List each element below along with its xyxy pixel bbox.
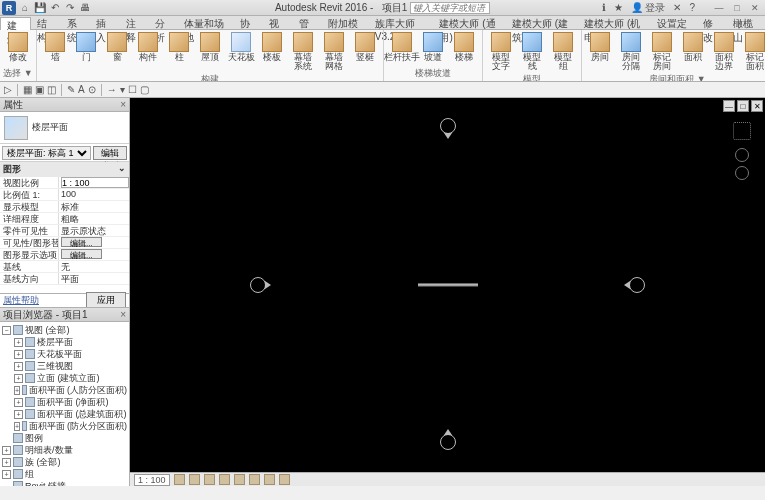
ob-icon[interactable]: ⊙: [88, 84, 96, 95]
expand-icon[interactable]: +: [14, 422, 20, 431]
tree-node[interactable]: +天花板平面: [0, 348, 129, 360]
crop-icon[interactable]: [234, 474, 245, 485]
expand-icon[interactable]: +: [2, 446, 11, 455]
modify-chevron-icon[interactable]: ▷: [4, 84, 12, 95]
ribbon-button[interactable]: 模型 线: [518, 32, 546, 71]
ribbon-button[interactable]: 标记 面积: [741, 32, 765, 71]
ribbon-button[interactable]: 幕墙 网格: [320, 32, 348, 71]
tab-管理[interactable]: 管理: [293, 16, 322, 29]
ob-icon[interactable]: ▢: [140, 84, 149, 95]
expand-icon[interactable]: +: [2, 470, 11, 479]
tab-建筑[interactable]: 建筑: [0, 17, 31, 30]
property-input[interactable]: [61, 177, 129, 188]
tree-node[interactable]: +面积平面 (净面积): [0, 396, 129, 408]
tree-node[interactable]: +面积平面 (人防分区面积): [0, 384, 129, 396]
ribbon-button[interactable]: 屋顶: [196, 32, 224, 62]
tab-视图[interactable]: 视图: [263, 16, 292, 29]
scale-display[interactable]: 1 : 100: [134, 474, 170, 486]
tab-注释[interactable]: 注释: [120, 16, 149, 29]
detail-level-icon[interactable]: [174, 474, 185, 485]
tab-建模大师 (机电)[interactable]: 建模大师 (机电): [578, 16, 650, 29]
property-value[interactable]: 编辑...: [58, 237, 129, 248]
ribbon-button[interactable]: 门: [72, 32, 100, 62]
drawing-canvas[interactable]: — □ ✕: [130, 98, 765, 472]
ribbon-button[interactable]: 幕墙 系统: [289, 32, 317, 71]
search-input[interactable]: [410, 2, 490, 14]
favorite-icon[interactable]: ★: [614, 2, 623, 13]
reveal-icon[interactable]: [279, 474, 290, 485]
property-edit-button[interactable]: 编辑...: [61, 249, 102, 259]
tab-插入[interactable]: 插入: [90, 16, 119, 29]
signin-button[interactable]: 👤 登录: [631, 1, 666, 15]
help-icon[interactable]: ?: [689, 2, 695, 13]
ob-dropdown-icon[interactable]: ▾: [120, 84, 125, 95]
close-panel-icon[interactable]: ×: [120, 99, 126, 110]
ribbon-button[interactable]: 楼板: [258, 32, 286, 62]
close-panel-icon[interactable]: ×: [120, 309, 126, 320]
crop-region-icon[interactable]: [249, 474, 260, 485]
ob-arrow-icon[interactable]: →: [107, 84, 117, 95]
ribbon-button[interactable]: 面积: [679, 32, 707, 62]
property-value[interactable]: 无: [58, 261, 129, 272]
nav-wheel-icon[interactable]: [735, 166, 749, 180]
ribbon-button[interactable]: 栏杆扶手: [388, 32, 416, 62]
expand-icon[interactable]: +: [14, 362, 23, 371]
tab-系统[interactable]: 系统: [61, 16, 90, 29]
tree-node[interactable]: 图例: [0, 432, 129, 444]
wall-element[interactable]: [418, 284, 478, 287]
tree-node[interactable]: +组: [0, 468, 129, 480]
sun-path-icon[interactable]: [204, 474, 215, 485]
ribbon-button[interactable]: 模型 文字: [487, 32, 515, 71]
property-value[interactable]: [58, 177, 129, 188]
tree-node[interactable]: +三维视图: [0, 360, 129, 372]
elevation-marker-east[interactable]: [629, 277, 645, 293]
ob-icon[interactable]: ▦: [23, 84, 32, 95]
tree-node[interactable]: +明细表/数量: [0, 444, 129, 456]
minimize-icon[interactable]: —: [711, 2, 727, 14]
ribbon-button[interactable]: 修改: [4, 32, 32, 62]
infocenter-icon[interactable]: ℹ: [602, 2, 606, 13]
elevation-marker-west[interactable]: [250, 277, 266, 293]
tab-体量和场地[interactable]: 体量和场地: [178, 16, 233, 29]
exchange-icon[interactable]: ✕: [673, 2, 681, 13]
tab-附加模块[interactable]: 附加模块: [322, 16, 369, 29]
ribbon-button[interactable]: 坡道: [419, 32, 447, 62]
tab-设置定义[interactable]: 设置定义: [651, 16, 698, 29]
ribbon-button[interactable]: 天花板: [227, 32, 255, 62]
property-value[interactable]: 标准: [58, 201, 129, 212]
tab-修改[interactable]: 修改: [697, 16, 726, 29]
property-value[interactable]: 显示原状态: [58, 225, 129, 236]
expand-icon[interactable]: +: [14, 386, 20, 395]
visual-style-icon[interactable]: [189, 474, 200, 485]
tab-建模大师 (通用)[interactable]: 建模大师 (通用): [433, 16, 505, 29]
apply-button[interactable]: 应用: [86, 292, 126, 308]
ribbon-button[interactable]: 楼梯: [450, 32, 478, 62]
tab-族库大师V3.2[interactable]: 族库大师V3.2: [369, 16, 434, 29]
tree-node[interactable]: −视图 (全部): [0, 324, 129, 336]
qat-redo-icon[interactable]: ↷: [63, 2, 77, 14]
property-value[interactable]: 粗略: [58, 213, 129, 224]
expand-icon[interactable]: +: [14, 398, 23, 407]
tab-协作[interactable]: 协作: [234, 16, 263, 29]
nav-wheel-icon[interactable]: [735, 148, 749, 162]
hide-icon[interactable]: [264, 474, 275, 485]
ribbon-button[interactable]: 面积 边界: [710, 32, 738, 71]
ribbon-button[interactable]: 墙: [41, 32, 69, 62]
ribbon-button[interactable]: 标记 房间: [648, 32, 676, 71]
property-edit-button[interactable]: 编辑...: [61, 237, 102, 247]
view-cube[interactable]: [733, 122, 751, 140]
ob-icon[interactable]: ▣: [35, 84, 44, 95]
qat-undo-icon[interactable]: ↶: [48, 2, 62, 14]
tab-结构[interactable]: 结构: [31, 16, 60, 29]
ribbon-button[interactable]: 房间 分隔: [617, 32, 645, 71]
tab-橄榄山[interactable]: 橄榄山: [727, 16, 765, 29]
help-search[interactable]: [410, 2, 490, 14]
property-value[interactable]: 100: [58, 189, 129, 200]
qat-save-icon[interactable]: 💾: [33, 2, 47, 14]
ob-icon[interactable]: ◫: [47, 84, 56, 95]
ribbon-button[interactable]: 竖梃: [351, 32, 379, 62]
expand-icon[interactable]: +: [14, 338, 23, 347]
expand-icon[interactable]: +: [14, 374, 23, 383]
expand-icon[interactable]: +: [14, 350, 23, 359]
edit-type-button[interactable]: 编辑类型: [93, 146, 127, 160]
